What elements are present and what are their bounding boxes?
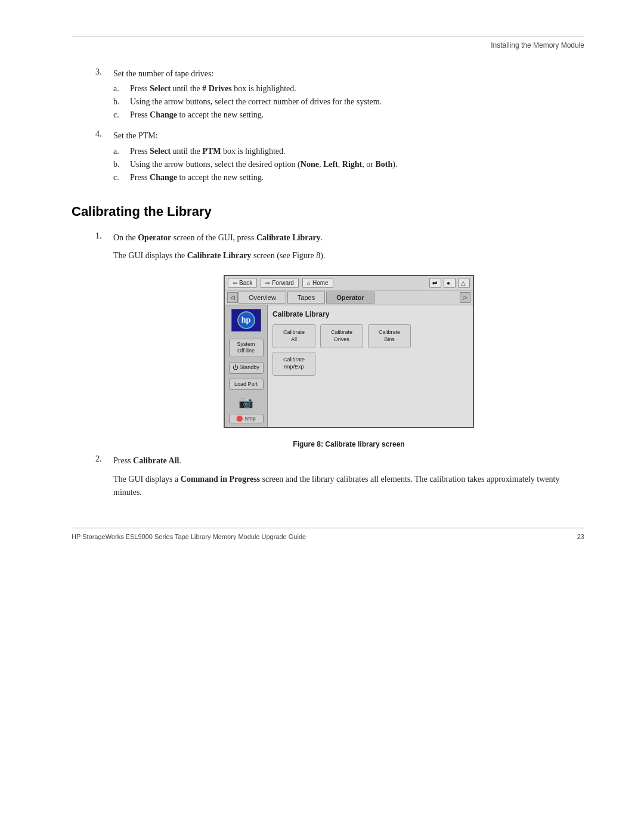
stop-icon: 🛑 — [236, 416, 243, 422]
calibrate-step-1-number: 1. — [95, 231, 107, 449]
standby-label: Standby — [240, 364, 259, 370]
step-4-number: 4. — [95, 129, 107, 185]
step-3c-text: Press Change to accept the new setting. — [130, 110, 264, 120]
forward-button[interactable]: ⇨ Forward — [261, 278, 299, 288]
standby-icon: ⏻ — [233, 364, 240, 370]
gui-toolbar: ⇦ Back ⇨ Forward ⌂ Home ⇄ — [225, 276, 473, 290]
calibrate-step-1-text: On the Operator screen of the GUI, press… — [113, 231, 584, 244]
back-arrow-icon: ⇦ — [233, 280, 237, 286]
calibrate-steps: 1. On the Operator screen of the GUI, pr… — [95, 231, 584, 504]
step-3-sublist: a. Press Select until the # Drives box i… — [113, 84, 584, 120]
step-3-number: 3. — [95, 67, 107, 123]
step-3-intro: Set the number of tape drives: — [113, 69, 213, 78]
calibrate-library-title: Calibrate Library — [273, 310, 468, 318]
hp-logo-circle: hp — [237, 311, 255, 329]
calibrate-step-1-sub: The GUI displays the Calibrate Library s… — [113, 249, 584, 262]
step-4: 4. Set the PTM: a. Press Select until th… — [95, 129, 584, 185]
calibrate-all-button[interactable]: CalibrateAll — [273, 324, 315, 348]
figure-caption: Figure 8: Calibrate library screen — [113, 440, 584, 448]
tab-operator[interactable]: Operator — [326, 292, 374, 304]
step-3b: b. Using the arrow buttons, select the c… — [113, 97, 584, 107]
camera-icon: 📷 — [239, 395, 253, 409]
gui-body: hp SystemOff-line ⏻ Standby Load Port — [225, 305, 473, 428]
nav-left-arrow[interactable]: ◁ — [227, 292, 238, 303]
home-icon: ⌂ — [307, 280, 311, 286]
gui-nav-tabs: ◁ Overview Tapes Operator ▷ — [225, 290, 473, 305]
step-3c: c. Press Change to accept the new settin… — [113, 110, 584, 120]
load-port-button[interactable]: Load Port — [229, 379, 264, 391]
calibrate-step-2-desc: The GUI displays a Command in Progress s… — [113, 473, 584, 500]
nav-right-arrow[interactable]: ▷ — [460, 292, 470, 303]
tab-tapes[interactable]: Tapes — [287, 292, 325, 304]
forward-arrow-icon: ⇨ — [265, 280, 270, 286]
step-4a: a. Press Select until the PTM box is hig… — [113, 147, 584, 156]
calibrate-step-1: 1. On the Operator screen of the GUI, pr… — [95, 231, 584, 449]
section-heading: Calibrating the Library — [72, 204, 584, 219]
step-4b: b. Using the arrow buttons, select the d… — [113, 160, 584, 169]
step-4b-text: Using the arrow buttons, select the desi… — [130, 160, 397, 169]
back-button[interactable]: ⇦ Back — [228, 278, 257, 288]
step-3-content: Set the number of tape drives: a. Press … — [113, 67, 584, 123]
gui-main: Calibrate Library CalibrateAll Calibrate… — [268, 305, 473, 428]
step-4c-text: Press Change to accept the new setting. — [130, 173, 264, 182]
back-label: Back — [239, 280, 252, 286]
step-4c: c. Press Change to accept the new settin… — [113, 173, 584, 182]
alert-icon[interactable]: △ — [458, 278, 470, 288]
tab-overview[interactable]: Overview — [239, 292, 286, 304]
step-3b-text: Using the arrow buttons, select the corr… — [130, 97, 382, 107]
hp-logo-text: hp — [242, 315, 251, 325]
calibrate-step-2-number: 2. — [95, 454, 107, 504]
page: Installing the Memory Module 3. Set the … — [0, 0, 644, 833]
load-port-label: Load Port — [234, 381, 258, 387]
step-4-intro: Set the PTM: — [113, 131, 158, 140]
info-icon[interactable]: ● — [444, 278, 456, 288]
system-offline-text: SystemOff-line — [237, 341, 255, 354]
standby-button[interactable]: ⏻ Standby — [229, 362, 264, 374]
calibrate-step-2-content: Press Calibrate All. The GUI displays a … — [113, 454, 584, 504]
calibrate-bins-button[interactable]: CalibrateBins — [368, 324, 411, 348]
stop-button[interactable]: 🛑 Stop — [229, 414, 264, 423]
calibrate-row-2: CalibrateImp/Exp — [273, 352, 468, 376]
forward-label: Forward — [272, 280, 294, 286]
gui-sidebar: hp SystemOff-line ⏻ Standby Load Port — [225, 305, 268, 428]
calibrate-step-2: 2. Press Calibrate All. The GUI displays… — [95, 454, 584, 504]
rotate-icon[interactable]: ⇄ — [429, 278, 441, 288]
system-offline-status: SystemOff-line — [229, 339, 264, 357]
hp-logo: hp — [231, 309, 261, 332]
home-label: Home — [312, 280, 329, 286]
footer-right: 23 — [577, 533, 584, 540]
step-3: 3. Set the number of tape drives: a. Pre… — [95, 67, 584, 123]
calibrate-buttons-grid: CalibrateAll CalibrateDrives CalibrateBi… — [273, 324, 468, 376]
home-button[interactable]: ⌂ Home — [302, 278, 333, 288]
footer: HP StorageWorks ESL9000 Series Tape Libr… — [72, 533, 584, 540]
calibrate-step-1-content: On the Operator screen of the GUI, press… — [113, 231, 584, 449]
calibrate-row-1: CalibrateAll CalibrateDrives CalibrateBi… — [273, 324, 468, 348]
footer-rule — [72, 528, 584, 528]
stop-label: Stop — [244, 416, 256, 422]
gui-screenshot: ⇦ Back ⇨ Forward ⌂ Home ⇄ — [224, 275, 474, 429]
step-4-content: Set the PTM: a. Press Select until the P… — [113, 129, 584, 185]
steps-container: 3. Set the number of tape drives: a. Pre… — [95, 67, 584, 186]
header-rule — [72, 36, 584, 36]
footer-left: HP StorageWorks ESL9000 Series Tape Libr… — [72, 533, 306, 540]
header-text: Installing the Memory Module — [72, 41, 584, 49]
step-3a-text: Press Select until the # Drives box is h… — [130, 84, 296, 94]
calibrate-impexp-button[interactable]: CalibrateImp/Exp — [273, 352, 315, 376]
calibrate-step-2-text: Press Calibrate All. — [113, 454, 584, 467]
step-4-sublist: a. Press Select until the PTM box is hig… — [113, 147, 584, 182]
step-3a: a. Press Select until the # Drives box i… — [113, 84, 584, 94]
step-4a-text: Press Select until the PTM box is highli… — [130, 147, 286, 156]
calibrate-drives-button[interactable]: CalibrateDrives — [320, 324, 363, 348]
